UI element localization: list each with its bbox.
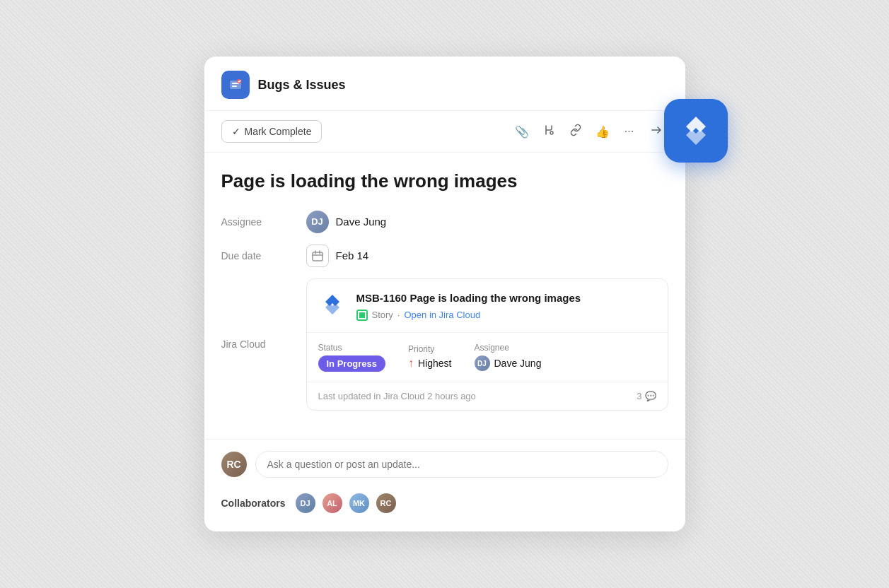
- check-icon: ✓: [232, 126, 240, 137]
- card-header: Bugs & Issues: [204, 57, 685, 111]
- in-progress-badge: In Progress: [318, 355, 386, 372]
- branch-icon: [542, 124, 555, 139]
- due-date: Feb 14: [336, 249, 369, 261]
- priority-stat: Priority ↑ Highest: [408, 344, 451, 370]
- open-jira-link[interactable]: Open in Jira Cloud: [404, 310, 480, 320]
- jira-issue-info: MSB-1160 Page is loading the wrong image…: [356, 290, 656, 321]
- current-user-avatar: RC: [221, 452, 247, 477]
- jira-card-header: MSB-1160 Page is loading the wrong image…: [307, 279, 668, 333]
- collaborator-avatars: DJ AL MK RC: [294, 492, 397, 514]
- app-icon: [221, 71, 250, 99]
- task-title: Page is loading the wrong images: [221, 170, 668, 194]
- priority-arrow-icon: ↑: [408, 357, 414, 370]
- jira-issue-title: MSB-1160 Page is loading the wrong image…: [356, 290, 656, 305]
- link-button[interactable]: [564, 119, 588, 143]
- jira-cloud-label: Jira Cloud: [221, 339, 306, 350]
- app-title: Bugs & Issues: [258, 78, 346, 93]
- due-date-label: Due date: [221, 250, 306, 261]
- collaborator-avatar-4: RC: [375, 492, 397, 514]
- story-badge-icon: [356, 310, 368, 321]
- assignee-field: Assignee DJ Dave Jung: [221, 211, 668, 233]
- comment-count: 3 💬: [637, 391, 656, 401]
- jira-card-wrapper: MSB-1160 Page is loading the wrong image…: [306, 278, 668, 411]
- collaborator-avatar-2: AL: [321, 492, 344, 514]
- assignee-stat: Assignee DJ Dave Jung: [475, 343, 542, 371]
- comment-section: RC: [204, 439, 685, 492]
- paperclip-icon: 📎: [515, 125, 529, 139]
- priority-value: ↑ Highest: [408, 357, 451, 370]
- status-value: In Progress: [318, 355, 386, 372]
- due-date-value: Feb 14: [306, 245, 369, 267]
- comment-bubble-icon: 💬: [645, 391, 656, 401]
- floating-jira-logo: [664, 99, 728, 163]
- comment-input[interactable]: [255, 451, 668, 478]
- attach-button[interactable]: 📎: [510, 119, 534, 143]
- collaborators-section: Collaborators DJ AL MK RC: [204, 492, 685, 531]
- issue-type: Story: [372, 310, 393, 320]
- mark-complete-button[interactable]: ✓ Mark Complete: [221, 120, 323, 143]
- assignee-avatar: DJ: [306, 211, 329, 233]
- collaborators-label: Collaborators: [221, 498, 286, 509]
- outer-wrapper: Bugs & Issues ✓ Mark Complete 📎: [204, 57, 685, 531]
- collaborator-avatar-1: DJ: [294, 492, 317, 514]
- collaborator-avatar-3: MK: [348, 492, 371, 514]
- assignee-name: Dave Jung: [336, 216, 387, 228]
- svg-rect-2: [313, 252, 323, 261]
- jira-assignee-label: Assignee: [475, 343, 542, 353]
- fields: Assignee DJ Dave Jung Due date: [221, 211, 668, 411]
- link-icon: [569, 124, 582, 139]
- jira-assignee-avatar: DJ: [475, 355, 490, 371]
- ellipsis-icon: ···: [624, 125, 634, 138]
- calendar-icon: [306, 245, 329, 267]
- thumbsup-icon: 👍: [595, 125, 610, 139]
- assignee-label: Assignee: [221, 216, 306, 228]
- more-button[interactable]: ···: [617, 119, 641, 143]
- expand-icon: [650, 124, 663, 139]
- toolbar-icons: 📎: [510, 119, 668, 143]
- status-label: Status: [318, 343, 386, 353]
- jira-meta: Story · Open in Jira Cloud: [356, 310, 656, 321]
- main-card: Bugs & Issues ✓ Mark Complete 📎: [204, 57, 685, 531]
- jira-assignee-value: DJ Dave Jung: [475, 355, 542, 371]
- like-button[interactable]: 👍: [591, 119, 615, 143]
- jira-card: MSB-1160 Page is loading the wrong image…: [306, 278, 668, 411]
- assignee-value: DJ Dave Jung: [306, 211, 387, 233]
- branch-button[interactable]: [537, 119, 561, 143]
- mark-complete-label: Mark Complete: [245, 126, 312, 137]
- toolbar: ✓ Mark Complete 📎: [204, 111, 685, 153]
- card-body: Page is loading the wrong images Assigne…: [204, 153, 685, 439]
- status-stat: Status In Progress: [318, 343, 386, 372]
- jira-footer: Last updated in Jira Cloud 2 hours ago 3…: [307, 382, 668, 410]
- jira-inline-logo: [318, 290, 347, 319]
- due-date-field: Due date Feb 14: [221, 245, 668, 267]
- priority-label: Priority: [408, 344, 451, 354]
- jira-stats: Status In Progress Priority ↑ H: [307, 333, 668, 382]
- jira-cloud-field: Jira Cloud: [221, 278, 668, 411]
- last-updated-text: Last updated in Jira Cloud 2 hours ago: [318, 391, 476, 401]
